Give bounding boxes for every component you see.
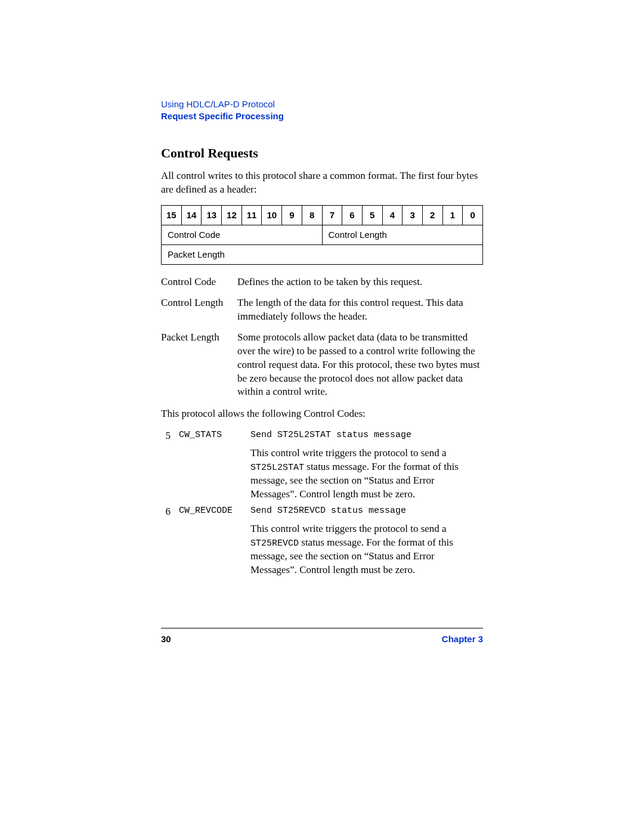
running-head-line1: Using HDLC/LAP-D Protocol [161, 98, 483, 110]
bit-cell: 0 [463, 205, 483, 225]
bit-cell: 3 [402, 205, 423, 225]
bit-cell: 2 [422, 205, 442, 225]
code-desc: This control write triggers the protocol… [250, 522, 483, 577]
chapter-label: Chapter 3 [442, 634, 483, 644]
page-footer: 30 Chapter 3 [161, 634, 483, 644]
bit-cell: 12 [222, 205, 242, 225]
control-code-field: Control Code [162, 225, 323, 244]
def-desc: The length of the data for this control … [237, 296, 483, 324]
code-short: Send ST25REVCD status message [250, 505, 483, 519]
bit-cell: 11 [242, 205, 262, 225]
bit-cell: 1 [442, 205, 463, 225]
section-heading: Control Requests [161, 145, 483, 161]
code-desc-pre: This control write triggers the protocol… [250, 447, 447, 459]
bit-cell: 8 [302, 205, 322, 225]
page-content: Using HDLC/LAP-D Protocol Request Specif… [161, 98, 483, 577]
code-desc-pre: This control write triggers the protocol… [250, 523, 447, 534]
bit-cell: 14 [181, 205, 202, 225]
bit-cell: 9 [282, 205, 302, 225]
code-number: 5 [161, 429, 179, 443]
code-name: CW_STATS [179, 429, 250, 443]
bit-cell: 4 [382, 205, 402, 225]
footer-rule [161, 628, 483, 628]
code-name: CW_REVCODE [179, 505, 250, 519]
def-desc: Defines the action to be taken by this r… [237, 275, 483, 289]
definition-list: Control Code Defines the action to be ta… [161, 275, 483, 400]
code-desc-mono: ST25REVCD [250, 538, 299, 549]
control-length-field: Control Length [322, 225, 483, 244]
packet-length-field: Packet Length [162, 244, 483, 264]
def-term: Packet Length [161, 331, 237, 400]
bit-cell: 15 [162, 205, 182, 225]
intro-paragraph: All control writes to this protocol shar… [161, 169, 483, 197]
bit-row-2: Packet Length [162, 244, 483, 264]
bit-cell: 5 [362, 205, 382, 225]
page-number: 30 [161, 634, 171, 644]
code-desc: This control write triggers the protocol… [250, 447, 483, 501]
bit-cell: 6 [342, 205, 363, 225]
code-number: 6 [161, 505, 179, 519]
def-term: Control Code [161, 275, 237, 289]
bit-row-1: Control Code Control Length [162, 225, 483, 244]
bit-layout-table: 15 14 13 12 11 10 9 8 7 6 5 4 3 2 1 0 Co… [161, 205, 483, 265]
code-desc-mono: ST25L2STAT [250, 463, 304, 473]
bit-cell: 10 [262, 205, 282, 225]
running-head-line2: Request Specific Processing [161, 110, 483, 122]
control-codes-list: 5 CW_STATS Send ST25L2STAT status messag… [161, 429, 483, 577]
def-desc: Some protocols allow packet data (data t… [237, 331, 483, 400]
bit-cell: 13 [202, 205, 222, 225]
bit-header-row: 15 14 13 12 11 10 9 8 7 6 5 4 3 2 1 0 [162, 205, 483, 225]
code-short: Send ST25L2STAT status message [250, 429, 483, 443]
bit-cell: 7 [322, 205, 342, 225]
codes-intro: This protocol allows the following Contr… [161, 407, 483, 421]
def-term: Control Length [161, 296, 237, 324]
